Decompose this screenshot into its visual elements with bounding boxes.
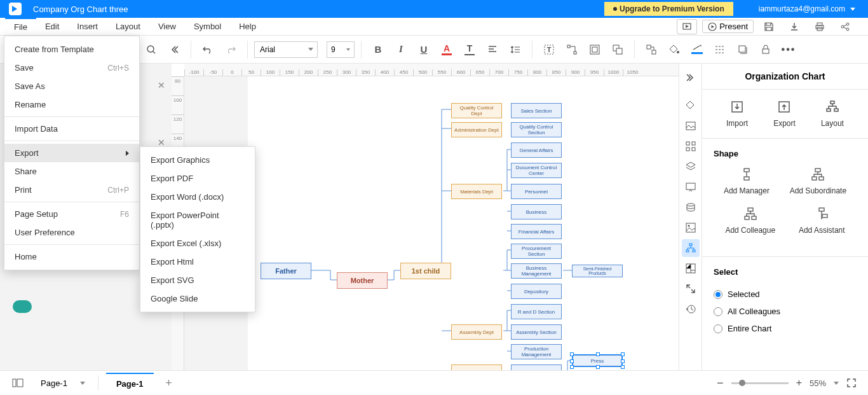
- share-button[interactable]: [835, 19, 855, 34]
- sidebar-chip[interactable]: [13, 300, 32, 313]
- presentation-panel-icon[interactable]: [682, 178, 700, 196]
- org-node[interactable]: Materials Dept: [451, 184, 502, 199]
- menu-help[interactable]: Help: [230, 18, 265, 35]
- upgrade-button[interactable]: Upgrade to Premium Version: [604, 2, 733, 16]
- shadow-button[interactable]: [733, 39, 753, 60]
- menu-view[interactable]: View: [149, 18, 185, 35]
- group-button[interactable]: [641, 39, 661, 60]
- more-button[interactable]: •••: [778, 39, 799, 60]
- floor-plan-panel-icon[interactable]: [682, 260, 700, 277]
- menu-user-preference[interactable]: User Preference: [4, 223, 139, 242]
- org-node[interactable]: Document Control Center: [511, 163, 562, 178]
- org-node[interactable]: Sales Section: [511, 103, 562, 118]
- menu-save[interactable]: SaveCtrl+S: [4, 59, 139, 77]
- document-title[interactable]: Company Org Chart three: [31, 4, 128, 14]
- org-node[interactable]: Financial Affairs: [511, 224, 562, 239]
- export-action[interactable]: Export: [773, 100, 796, 128]
- export-powerpoint[interactable]: Export PowerPoint (.pptx): [140, 206, 255, 234]
- collapse-left-icon[interactable]: [164, 39, 184, 60]
- export-word[interactable]: Export Word (.docx): [140, 188, 255, 206]
- close-tab-icon[interactable]: ✕: [158, 80, 165, 90]
- org-node-mother[interactable]: Mother: [337, 272, 388, 289]
- radio-all-colleagues[interactable]: All Colleagues: [714, 303, 857, 320]
- collapse-right-icon[interactable]: [682, 69, 700, 87]
- org-node-selected[interactable]: Press: [572, 354, 623, 367]
- text-highlight-button[interactable]: T: [459, 39, 480, 60]
- org-node[interactable]: Quality Control Dept: [451, 103, 502, 118]
- export-svg[interactable]: Export SVG: [140, 271, 255, 289]
- user-menu[interactable]: iammurtaza4@gmail.com: [746, 4, 868, 13]
- save-button[interactable]: [759, 19, 779, 34]
- database-panel-icon[interactable]: [682, 198, 700, 216]
- fullscreen-button[interactable]: [846, 378, 857, 388]
- search-icon[interactable]: [141, 39, 161, 60]
- fill-button[interactable]: [664, 39, 684, 60]
- chevron-down-icon[interactable]: [834, 382, 839, 385]
- undo-button[interactable]: [198, 39, 218, 60]
- print-button[interactable]: [810, 19, 830, 34]
- menu-symbol[interactable]: Symbol: [185, 18, 230, 35]
- org-node[interactable]: General Affairs: [511, 142, 562, 158]
- pages-panel-icon[interactable]: [8, 373, 28, 393]
- lock-button[interactable]: [756, 39, 776, 60]
- menu-layout[interactable]: Layout: [107, 18, 149, 35]
- app-logo[interactable]: [0, 3, 31, 15]
- redo-button[interactable]: [220, 39, 241, 60]
- export-pdf[interactable]: Export PDF: [140, 169, 255, 188]
- font-size-select[interactable]: 9: [327, 41, 355, 58]
- org-node[interactable]: Production Management: [511, 344, 562, 359]
- add-colleague-action[interactable]: Add Colleague: [725, 207, 775, 235]
- menu-insert[interactable]: Insert: [68, 18, 107, 35]
- line-style-button[interactable]: [710, 39, 730, 60]
- add-assistant-action[interactable]: Add Assistant: [799, 207, 845, 235]
- bold-button[interactable]: B: [368, 39, 388, 60]
- add-page-button[interactable]: +: [161, 375, 177, 391]
- menu-rename[interactable]: Rename: [4, 95, 139, 114]
- canvas-content[interactable]: Father Mother 1st child Quality Control …: [184, 76, 679, 370]
- text-tool-button[interactable]: T: [539, 39, 559, 60]
- org-node[interactable]: Business Management: [511, 263, 562, 279]
- menu-file[interactable]: File: [5, 18, 36, 35]
- slideshow-button[interactable]: [677, 19, 697, 34]
- layout-action[interactable]: Layout: [821, 100, 844, 128]
- image-panel-icon[interactable]: [682, 117, 700, 135]
- connector-button[interactable]: [562, 39, 582, 60]
- font-family-select[interactable]: Arial: [254, 41, 318, 58]
- radio-entire-chart[interactable]: Entire Chart: [714, 320, 857, 337]
- zoom-out-button[interactable]: −: [717, 377, 724, 390]
- org-node[interactable]: Semi-Finished Products: [572, 265, 623, 277]
- container-button[interactable]: [585, 39, 605, 60]
- org-node[interactable]: Administration Dept: [451, 122, 502, 137]
- text-color-button[interactable]: A: [437, 39, 457, 60]
- history-panel-icon[interactable]: [682, 300, 700, 318]
- org-chart-panel-icon[interactable]: [682, 239, 700, 257]
- fill-panel-icon[interactable]: [682, 97, 700, 114]
- radio-selected[interactable]: Selected: [714, 286, 857, 303]
- add-manager-action[interactable]: Add Manager: [724, 167, 770, 195]
- org-node[interactable]: Assembly Section: [511, 324, 562, 340]
- download-button[interactable]: [784, 19, 804, 34]
- org-node[interactable]: R and D Section: [511, 304, 562, 319]
- menu-page-setup[interactable]: Page SetupF6: [4, 205, 139, 223]
- org-node[interactable]: Press Section: [511, 364, 562, 370]
- menu-import-data[interactable]: Import Data: [4, 120, 139, 138]
- italic-button[interactable]: I: [391, 39, 411, 60]
- export-google-slide[interactable]: Google Slide: [140, 289, 255, 308]
- export-excel[interactable]: Export Excel (.xlsx): [140, 234, 255, 253]
- page-selector[interactable]: Page-1: [36, 376, 90, 391]
- export-graphics[interactable]: Export Graphics: [140, 151, 255, 169]
- present-button[interactable]: Present: [702, 20, 754, 33]
- picture-panel-icon[interactable]: [682, 219, 700, 237]
- page-tab[interactable]: Page-1: [106, 373, 154, 394]
- org-node-first-child[interactable]: 1st child: [400, 263, 451, 279]
- org-node[interactable]: Quality Control Section: [511, 122, 562, 137]
- import-action[interactable]: Import: [726, 100, 748, 128]
- shape-button[interactable]: [607, 39, 628, 60]
- line-color-button[interactable]: [687, 39, 707, 60]
- grid-panel-icon[interactable]: [682, 137, 700, 155]
- zoom-slider[interactable]: [731, 382, 789, 384]
- org-node[interactable]: Procurement Section: [511, 244, 562, 259]
- zoom-in-button[interactable]: +: [796, 377, 802, 389]
- org-node-father[interactable]: Father: [261, 263, 311, 279]
- export-html[interactable]: Export Html: [140, 253, 255, 271]
